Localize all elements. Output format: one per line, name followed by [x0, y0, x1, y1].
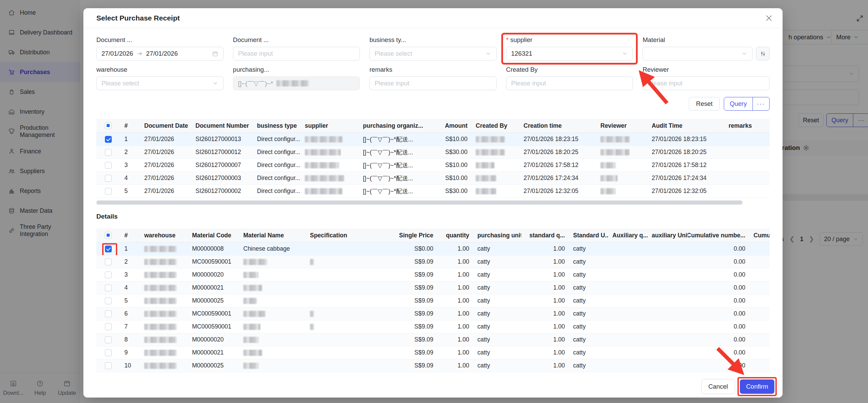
supplier-select[interactable]: 126321 [506, 47, 633, 60]
table-cell: 0.00 [688, 281, 749, 294]
table-cell [596, 159, 648, 171]
table-cell [472, 185, 519, 197]
query-button[interactable]: Query [724, 97, 752, 110]
reviewer-input[interactable]: Please input [642, 77, 770, 90]
row-checkbox[interactable] [105, 284, 112, 291]
scrollbar-thumb[interactable] [96, 200, 743, 205]
table-cell: 0.00 [688, 242, 749, 255]
column-header: remarks [724, 119, 770, 133]
placeholder: Please input [238, 50, 273, 57]
row-checkbox[interactable] [105, 162, 112, 169]
table-row[interactable]: 7MC000590001S$9.091.00catty1.00catty0.00 [96, 320, 770, 333]
row-checkbox[interactable] [105, 297, 112, 304]
table-cell: S$0.00 [379, 242, 437, 255]
date-range-start[interactable]: 27/01/2026 [101, 50, 133, 57]
column-header: Single Price [379, 228, 437, 242]
table-cell: 27/01/2026 [140, 133, 191, 145]
chevron-down-icon [485, 51, 491, 57]
row-checkbox[interactable] [105, 336, 112, 343]
reset-button[interactable]: Reset [689, 97, 720, 111]
document-number-input[interactable]: Please input [233, 47, 360, 60]
table-row[interactable]: 1M00000008Chinese cabbageS$0.001.00catty… [96, 242, 770, 255]
row-checkbox[interactable] [105, 349, 112, 356]
redacted-text [243, 363, 259, 369]
table-row[interactable]: 9M00000021S$9.091.00catty1.00catty0.00 [96, 346, 770, 359]
redacted-text [600, 149, 629, 155]
table-row[interactable]: 4M00000021S$9.091.00catty1.00catty0.00 [96, 281, 770, 294]
business-type-select[interactable]: Please select [369, 47, 497, 60]
table-cell: 9 [120, 346, 140, 359]
table-cell: 27/01/2026 18:23:15 [648, 133, 724, 145]
redacted-text [144, 324, 177, 330]
table-row[interactable]: 227/01/2026SI260127000012Direct configur… [96, 146, 770, 159]
row-checkbox[interactable] [105, 149, 112, 156]
placeholder: Please input [648, 80, 682, 87]
row-checkbox[interactable] [105, 188, 112, 195]
document-date-range-picker[interactable]: 27/01/2026 27/01/2026 [96, 47, 223, 60]
column-header [96, 228, 120, 242]
material-advanced-button[interactable] [756, 47, 770, 60]
material-select[interactable] [642, 47, 752, 60]
row-checkbox[interactable] [105, 323, 112, 330]
redacted-text [600, 136, 629, 142]
more-actions-button[interactable]: ··· [752, 97, 769, 110]
table-cell: 4 [120, 281, 140, 294]
table-cell: catty [473, 346, 521, 359]
horizontal-scrollbar[interactable] [96, 200, 770, 205]
column-header: Material Name [239, 228, 306, 242]
table-cell: 1.00 [521, 294, 569, 307]
table-cell [648, 333, 688, 346]
table-cell: S$30.00 [432, 146, 472, 158]
created-by-input[interactable]: Please input [506, 77, 633, 90]
filter-label: warehouse [96, 66, 223, 73]
select-all-checkbox[interactable] [105, 122, 112, 129]
table-cell [239, 307, 306, 320]
warehouse-select[interactable]: Please select [96, 77, 223, 90]
date-range-end[interactable]: 27/01/2026 [146, 50, 178, 57]
select-all-checkbox[interactable] [105, 232, 112, 239]
table-cell: catty [473, 359, 521, 372]
confirm-button[interactable]: Confirm [740, 379, 774, 394]
table-cell [140, 242, 188, 255]
table-cell: 0.00 [688, 359, 749, 372]
table-row[interactable]: 10M00000025S$9.091.00catty1.00catty0.00 [96, 359, 770, 372]
column-header: # [120, 228, 140, 242]
table-cell [96, 172, 120, 184]
row-checkbox[interactable] [105, 362, 112, 369]
table-row[interactable]: 127/01/2026SI260127000013Direct configur… [96, 133, 770, 146]
row-checkbox[interactable] [105, 175, 112, 182]
row-checkbox[interactable] [105, 136, 112, 143]
table-row[interactable]: 327/01/2026SI260127000007Direct configur… [96, 159, 770, 172]
table-row[interactable]: 2MC000590001S$9.091.00catty1.00catty0.00 [96, 255, 770, 268]
redacted-text [144, 259, 177, 265]
cancel-button[interactable]: Cancel [701, 379, 735, 394]
query-button-group[interactable]: Query ··· [724, 97, 770, 111]
table-cell [648, 255, 688, 268]
table-row[interactable]: 427/01/2026SI260127000003Direct configur… [96, 172, 770, 185]
table-cell: []~(￣▽￣)~*配送... [359, 172, 432, 184]
table-row[interactable]: 5M00000025S$9.091.00catty1.00catty0.00 [96, 294, 770, 307]
table-row[interactable]: 3M00000020S$9.091.00catty1.00catty0.00 [96, 268, 770, 281]
close-icon[interactable] [765, 14, 773, 22]
table-row[interactable]: 8M00000020S$9.091.00catty1.00catty0.00 [96, 333, 770, 346]
table-row[interactable]: 6MC000590001S$9.091.00catty1.00catty0.00 [96, 307, 770, 320]
table-cell [596, 146, 648, 158]
row-checkbox[interactable] [105, 246, 112, 252]
row-checkbox[interactable] [105, 272, 112, 278]
row-checkbox[interactable] [105, 310, 112, 317]
table-cell: Direct configur... [253, 133, 301, 145]
filter-label: business ty... [369, 36, 497, 44]
remarks-input[interactable]: Please input [369, 77, 497, 90]
table-cell [608, 320, 648, 333]
table-row[interactable]: 527/01/2026SI260127000002Direct configur… [96, 185, 770, 198]
column-header: Amount [432, 119, 472, 133]
redacted-text [144, 246, 177, 252]
placeholder: Please input [511, 80, 546, 87]
table-cell [648, 307, 688, 320]
table-cell [648, 359, 688, 372]
row-checkbox[interactable] [105, 259, 112, 265]
column-header: Standard U... [569, 228, 608, 242]
table-cell [749, 333, 770, 346]
table-cell: 6 [120, 307, 140, 320]
table-cell: 27/01/2026 [140, 159, 191, 171]
